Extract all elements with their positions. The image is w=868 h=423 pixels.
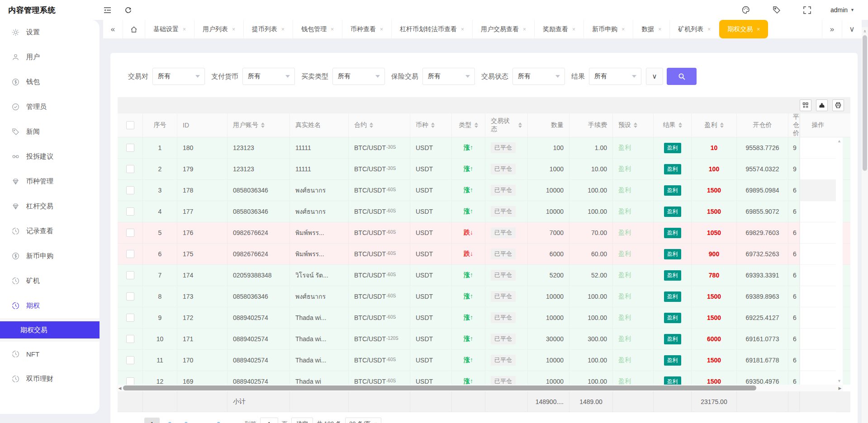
sidebar-item-期权[interactable]: 期权 (0, 293, 100, 318)
close-icon[interactable]: × (183, 26, 186, 33)
page-scroll-thumb[interactable] (863, 35, 867, 171)
tab-杠杆币划转法币查看[interactable]: 杠杆币划转法币查看× (392, 20, 473, 38)
fullscreen-icon[interactable] (800, 3, 815, 17)
goto-page-input[interactable]: 1 (260, 418, 278, 423)
scroll-right-icon[interactable]: ▶ (837, 386, 843, 390)
tab-期权交易[interactable]: 期权交易× (719, 20, 768, 38)
row-checkbox[interactable] (126, 314, 134, 322)
close-icon[interactable]: × (281, 26, 285, 33)
page-button[interactable]: 9 (212, 418, 225, 423)
prev-page-button[interactable]: ‹ (128, 418, 141, 423)
page-button[interactable]: 2 (163, 418, 176, 423)
column-header-status[interactable]: 交易状态 (485, 113, 528, 137)
sidebar-item-管理员[interactable]: 管理员 (0, 94, 100, 119)
filter-select-支付货币[interactable]: 所有 (242, 68, 295, 85)
close-icon[interactable]: × (572, 26, 575, 33)
filter-select-交易对[interactable]: 所有 (152, 68, 205, 85)
action-cell[interactable] (800, 265, 836, 286)
row-checkbox[interactable] (126, 165, 134, 173)
action-cell[interactable] (800, 244, 836, 265)
sort-icon[interactable] (518, 122, 522, 128)
close-icon[interactable]: × (707, 26, 711, 33)
sort-icon[interactable] (634, 122, 637, 128)
tab-用户交易查看[interactable]: 用户交易查看× (473, 20, 535, 38)
sidebar-item-杠杆交易[interactable]: 杠杆交易 (0, 194, 100, 219)
close-icon[interactable]: × (757, 26, 760, 33)
action-cell[interactable] (800, 137, 836, 159)
confirm-button[interactable]: 确定 (291, 418, 313, 423)
action-cell[interactable] (800, 222, 836, 244)
scroll-left-icon[interactable]: ◀ (117, 386, 123, 390)
table-vertical-scrollbar[interactable]: ▲ ▼ (836, 137, 843, 385)
tab-币种查看[interactable]: 币种查看× (342, 20, 392, 38)
search-button[interactable] (667, 68, 697, 85)
row-checkbox[interactable] (126, 292, 134, 301)
sidebar-item-投拆建议[interactable]: 投拆建议 (0, 144, 100, 169)
tab-新币申购[interactable]: 新币申购× (584, 20, 633, 38)
action-cell[interactable] (800, 329, 836, 350)
close-icon[interactable]: × (658, 26, 661, 33)
user-menu[interactable]: admin ▼ (830, 6, 854, 14)
next-page-button[interactable]: › (228, 418, 241, 423)
page-button[interactable]: 3 (180, 418, 192, 423)
column-header-profit[interactable]: 盈利 (692, 113, 737, 137)
tabs-menu-icon[interactable]: ∨ (842, 20, 862, 38)
sort-icon[interactable] (474, 122, 478, 128)
refresh-icon[interactable] (120, 3, 136, 17)
select-all-checkbox[interactable] (126, 121, 134, 129)
sidebar-item-新币申购[interactable]: 新币申购 (0, 244, 100, 268)
row-checkbox[interactable] (126, 271, 134, 279)
close-icon[interactable]: × (621, 26, 625, 33)
sidebar-item-新闻[interactable]: 新闻 (0, 119, 100, 144)
action-cell[interactable] (800, 350, 836, 371)
tab-矿机列表[interactable]: 矿机列表× (670, 20, 719, 38)
scroll-up-icon[interactable]: ∧ (863, 27, 867, 35)
tab-基础设置[interactable]: 基础设置× (145, 20, 194, 38)
filter-select-买卖类型[interactable]: 所有 (332, 68, 385, 85)
close-icon[interactable]: × (461, 26, 464, 33)
filter-select-结果[interactable]: 所有 (589, 68, 641, 85)
palette-icon[interactable] (738, 3, 754, 17)
close-icon[interactable]: × (380, 26, 383, 33)
tabs-scroll-right-icon[interactable]: » (822, 20, 842, 38)
columns-filter-icon[interactable] (800, 99, 811, 111)
sidebar-item-钱包[interactable]: 钱包 (0, 70, 100, 94)
sort-icon[interactable] (431, 122, 435, 128)
sort-icon[interactable] (261, 122, 265, 128)
close-icon[interactable]: × (523, 26, 526, 33)
collapse-menu-icon[interactable] (100, 3, 115, 17)
column-header-contract[interactable]: 合约 (349, 113, 410, 137)
column-header-type[interactable]: 类型 (452, 113, 485, 137)
tab-home[interactable] (123, 20, 145, 38)
filter-select-交易状态[interactable]: 所有 (512, 68, 565, 85)
page-button-current[interactable]: 1 (144, 418, 160, 423)
action-cell[interactable] (800, 371, 836, 385)
scroll-up-icon[interactable]: ▲ (837, 139, 841, 143)
close-icon[interactable]: × (232, 26, 235, 33)
row-checkbox[interactable] (126, 144, 134, 152)
horizontal-scroll-thumb[interactable] (123, 385, 756, 390)
sort-icon[interactable] (370, 122, 373, 128)
expand-filters-button[interactable]: ∨ (646, 68, 663, 85)
column-header-preset[interactable]: 预设 (613, 113, 654, 137)
tab-奖励查看[interactable]: 奖励查看× (535, 20, 584, 38)
tab-钱包管理[interactable]: 钱包管理× (293, 20, 342, 38)
scroll-down-icon[interactable]: ▼ (837, 379, 841, 383)
filter-select-保险交易[interactable]: 所有 (422, 68, 475, 85)
page-scrollbar[interactable]: ∧ (862, 27, 868, 423)
tab-用户列表[interactable]: 用户列表× (194, 20, 244, 38)
sort-icon[interactable] (678, 122, 682, 128)
export-icon[interactable] (816, 99, 828, 111)
action-cell[interactable] (800, 180, 836, 201)
column-header-account[interactable]: 用户账号 (228, 113, 290, 137)
print-icon[interactable] (832, 99, 844, 111)
row-checkbox[interactable] (126, 377, 134, 385)
sidebar-subitem-期权交易[interactable]: 期权交易 (0, 321, 100, 338)
sidebar-item-记录查看[interactable]: 记录查看 (0, 219, 100, 244)
sidebar-item-双币理财[interactable]: 双币理财 (0, 367, 100, 391)
per-page-select[interactable]: 20 条/页 ∨ (345, 418, 381, 423)
sidebar-item-设置[interactable]: 设置 (0, 20, 100, 45)
sidebar-item-币种管理[interactable]: 币种管理 (0, 169, 100, 194)
sort-icon[interactable] (720, 122, 724, 128)
row-checkbox[interactable] (126, 186, 134, 194)
